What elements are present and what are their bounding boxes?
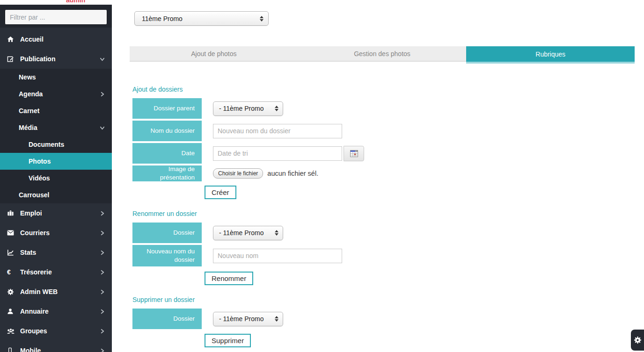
sidebar-item-label: Photos <box>29 158 51 165</box>
field-label: Image de présentation <box>132 165 202 181</box>
tab-label: Ajout de photos <box>191 50 236 57</box>
section-title: Ajout de dossiers <box>132 86 364 93</box>
tab-label: Gestion des photos <box>354 50 410 57</box>
chevron-down-icon <box>100 57 105 62</box>
delete-folder-select-value: - 11ème Promo <box>219 315 263 323</box>
photo-tabs: Ajout de photos Gestion des photos Rubri… <box>130 46 635 62</box>
settings-fab[interactable] <box>631 330 644 351</box>
tab-label: Rubriques <box>535 50 565 58</box>
rename-button[interactable]: Renommer <box>205 272 253 285</box>
sidebar-item-documents[interactable]: Documents <box>0 136 112 153</box>
gear-icon <box>634 336 642 344</box>
promo-select[interactable]: 11ème Promo <box>134 11 269 26</box>
sidebar-item-carnet[interactable]: Carnet <box>0 102 112 119</box>
sidebar-item-stats[interactable]: Stats <box>0 243 112 262</box>
chevron-right-icon <box>100 230 105 236</box>
sidebar-item-label: Carrousel <box>19 191 49 199</box>
form-row-date: Date <box>132 143 364 164</box>
form-row-nouveau-nom: Nouveau nom du dossier <box>132 245 342 266</box>
sidebar-item-publication[interactable]: Publication <box>0 49 112 69</box>
chevron-right-icon <box>100 211 105 216</box>
home-icon <box>7 36 17 43</box>
sidebar-nav: Accueil Publication News Agenda Carnet <box>0 28 112 352</box>
delete-button[interactable]: Supprimer <box>205 334 251 347</box>
filter-input[interactable] <box>5 9 107 25</box>
users-icon <box>7 328 17 334</box>
form-row-dossier: Dossier - 11ème Promo <box>132 223 342 243</box>
sidebar-item-label: Publication <box>20 55 55 63</box>
chevron-right-icon <box>100 289 105 295</box>
section-title: Supprimer un dossier <box>132 296 283 303</box>
sidebar-item-label: Accueil <box>20 36 44 43</box>
sidebar-item-tresorerie[interactable]: € Trésorerie <box>0 262 112 282</box>
briefcase-icon <box>7 210 17 216</box>
sidebar-item-agenda[interactable]: Agenda <box>0 86 112 102</box>
parent-folder-select[interactable]: - 11ème Promo <box>213 101 283 116</box>
sort-date-input[interactable] <box>213 146 342 161</box>
logged-in-user[interactable]: admin <box>66 0 112 4</box>
sidebar-item-courriers[interactable]: Courriers <box>0 223 112 243</box>
line-chart-icon <box>7 249 17 256</box>
form-row-dossier: Dossier - 11ème Promo <box>132 309 283 329</box>
chevron-right-icon <box>100 329 105 334</box>
sidebar-header <box>0 5 112 28</box>
envelope-icon <box>7 230 17 236</box>
sidebar-item-label: Trésorerie <box>20 268 52 276</box>
user-icon <box>7 308 17 315</box>
delete-folder-select[interactable]: - 11ème Promo <box>213 312 283 326</box>
sidebar-item-label: Admin WEB <box>20 288 58 295</box>
sidebar-item-label: Agenda <box>19 90 43 98</box>
section-title: Renommer un dossier <box>132 210 342 217</box>
field-label: Nom du dossier <box>132 121 202 141</box>
tab-rubriques[interactable]: Rubriques <box>466 46 635 62</box>
sidebar-item-label: Documents <box>29 141 64 148</box>
sidebar-item-admin-web[interactable]: Admin WEB <box>0 282 112 302</box>
create-button[interactable]: Créer <box>205 186 236 199</box>
chevron-right-icon <box>100 92 105 97</box>
tab-ajout-de-photos[interactable]: Ajout de photos <box>130 46 298 62</box>
chevron-right-icon <box>100 348 105 352</box>
select-arrows-icon <box>275 316 278 322</box>
sidebar-item-label: Emploi <box>20 209 42 217</box>
calendar-button[interactable] <box>344 146 364 161</box>
sidebar-item-mobile[interactable]: Mobile <box>0 341 112 352</box>
field-label: Date <box>132 143 202 164</box>
sidebar-item-label: Vidéos <box>29 174 50 182</box>
sidebar-item-accueil[interactable]: Accueil <box>0 29 112 49</box>
field-label: Nouveau nom du dossier <box>132 245 202 266</box>
rename-folder-select-value: - 11ème Promo <box>219 229 263 237</box>
sidebar-item-videos[interactable]: Vidéos <box>0 170 112 187</box>
promo-select-value: 11ème Promo <box>142 15 183 22</box>
file-status-text: aucun fichier sél. <box>267 170 318 177</box>
form-row-nom-du-dossier: Nom du dossier <box>132 121 364 141</box>
sidebar-item-label: Carnet <box>19 107 39 115</box>
sidebar-item-emploi[interactable]: Emploi <box>0 203 112 223</box>
euro-icon: € <box>7 268 17 276</box>
chevron-right-icon <box>100 270 105 275</box>
sidebar-item-label: Mobile <box>20 347 41 352</box>
new-name-input[interactable] <box>213 249 342 263</box>
publication-submenu: News Agenda Carnet Média Documents <box>0 69 112 203</box>
sidebar-item-news[interactable]: News <box>0 69 112 86</box>
sidebar-item-label: News <box>19 73 36 81</box>
sidebar: Accueil Publication News Agenda Carnet <box>0 5 112 352</box>
section-renommer-un-dossier: Renommer un dossier Dossier - 11ème Prom… <box>132 210 342 285</box>
choose-file-button[interactable]: Choisir le fichier <box>213 168 263 179</box>
edit-icon <box>7 56 17 63</box>
form-row-image-de-presentation: Image de présentation Choisir le fichier… <box>132 165 364 181</box>
sidebar-item-groupes[interactable]: Groupes <box>0 321 112 341</box>
section-ajout-de-dossiers: Ajout de dossiers Dossier parent - 11ème… <box>132 86 364 199</box>
chevron-right-icon <box>100 309 105 314</box>
sidebar-item-annuaire[interactable]: Annuaire <box>0 302 112 321</box>
field-label: Dossier <box>132 223 202 243</box>
tab-gestion-des-photos[interactable]: Gestion des photos <box>298 46 467 62</box>
field-label: Dossier <box>132 309 202 329</box>
sidebar-item-media[interactable]: Média <box>0 119 112 136</box>
select-arrows-icon <box>260 16 263 22</box>
sidebar-item-carrousel[interactable]: Carrousel <box>0 187 112 203</box>
folder-name-input[interactable] <box>213 124 342 138</box>
sidebar-item-photos[interactable]: Photos <box>0 153 112 170</box>
gear-icon <box>7 288 17 295</box>
rename-folder-select[interactable]: - 11ème Promo <box>213 226 283 240</box>
field-label: Dossier parent <box>132 98 202 119</box>
